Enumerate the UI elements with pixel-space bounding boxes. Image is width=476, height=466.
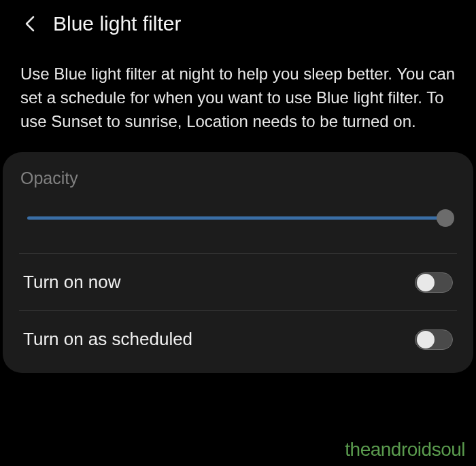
turn-on-now-row[interactable]: Turn on now — [20, 254, 456, 310]
header: Blue light filter — [0, 0, 476, 42]
slider-thumb[interactable] — [437, 209, 454, 227]
toggle-knob — [417, 331, 435, 348]
back-icon[interactable] — [20, 14, 39, 33]
toggle-knob — [417, 274, 435, 291]
turn-on-now-label: Turn on now — [23, 272, 121, 293]
turn-on-scheduled-toggle[interactable] — [415, 329, 453, 350]
page-title: Blue light filter — [53, 12, 181, 35]
opacity-label: Opacity — [20, 168, 456, 188]
turn-on-scheduled-row[interactable]: Turn on as scheduled — [20, 311, 456, 368]
slider-track — [27, 217, 449, 220]
opacity-slider[interactable] — [20, 210, 456, 226]
settings-card: Opacity Turn on now Turn on as scheduled — [3, 152, 473, 373]
watermark: theandroidsoul — [345, 439, 465, 461]
description-text: Use Blue light filter at night to help y… — [0, 42, 476, 152]
turn-on-now-toggle[interactable] — [415, 272, 453, 293]
turn-on-scheduled-label: Turn on as scheduled — [23, 329, 192, 350]
